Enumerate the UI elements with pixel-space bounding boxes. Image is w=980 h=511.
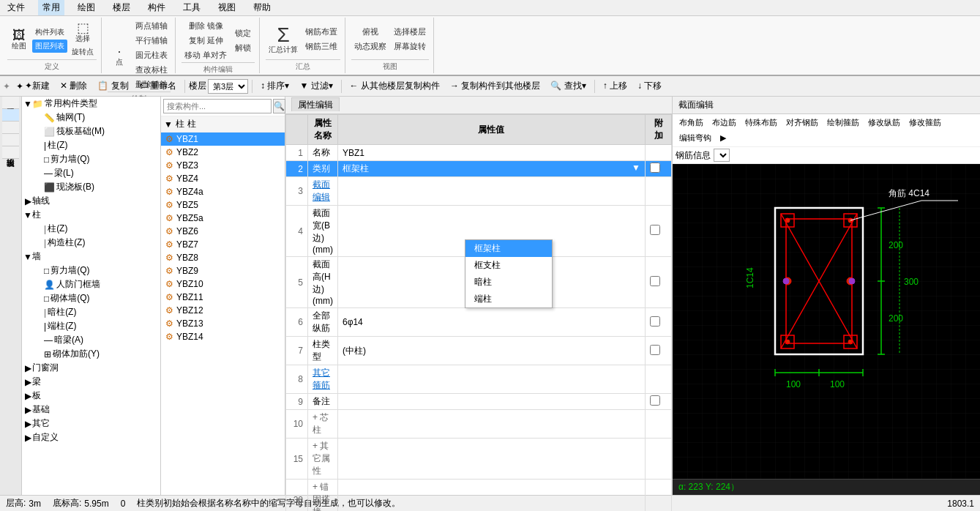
tree-item-end-z[interactable]: | 端柱(Z) [22,319,160,333]
prop-value-9[interactable] [337,394,645,410]
prop-name-8[interactable]: 其它箍筋 [308,365,338,394]
comp-item-ybz11[interactable]: ⚙ YBZ11 [161,291,285,304]
tree-item-other[interactable]: ▶ 其它 [22,417,160,430]
copy-to-button[interactable]: → 复制构件到其他楼层 [446,78,545,94]
comp-item-ybz8[interactable]: ⚙ YBZ8 [161,251,285,264]
dropdown-item-frame-support[interactable]: 框支柱 [465,257,552,274]
prop-row-2[interactable]: 2 类别 框架柱 ▼ [286,161,672,177]
tab-draw-input[interactable]: 绘图输入 [2,109,19,122]
comp-item-ybz4[interactable]: ⚙ YBZ4 [161,172,285,185]
btn-edit-hook[interactable]: 编辑弯钩 [676,131,715,145]
tree-item-shear-q[interactable]: □ 剪力墙(Q) [22,264,160,277]
draw-button[interactable]: 🖼 绘图 [7,27,31,52]
tree-item-common[interactable]: ▼ 📁 常用构件类型 [22,97,160,111]
rename-button[interactable]: 🏷 重命名 [135,78,181,94]
delete-tb2-button[interactable]: ✕ 删除 [56,78,91,94]
tree-toggle-common[interactable]: ▼ [23,99,32,109]
top-view-button[interactable]: 俯视 [351,25,389,39]
prop-row-9[interactable]: 9 备注 [286,394,672,410]
menu-item-help[interactable]: 帮助 [249,0,275,15]
comp-item-ybz14[interactable]: ⚙ YBZ14 [161,330,285,343]
prop-extra-7[interactable] [646,337,672,365]
prop-row-3[interactable]: 3 截面编辑 [286,177,672,206]
lock-button[interactable]: 锁定 [231,26,255,40]
menu-item-file[interactable]: 文件 [3,0,29,15]
tab-detail[interactable]: 翻样明细 [2,134,19,146]
prop-expand-30[interactable]: + 锚固搭接 [308,480,338,512]
dropdown-item-dark[interactable]: 暗柱 [465,274,552,291]
tree-item-masonry-q[interactable]: □ 砌体墙(Q) [22,291,160,305]
tree-item-foundation[interactable]: ⬜ 筏板基础(M) [22,124,160,138]
screen-rotate-button[interactable]: 屏幕旋转 [391,40,429,53]
prop-row-8[interactable]: 8 其它箍筋 [286,365,672,394]
prop-extra-6[interactable] [646,308,672,337]
menu-item-comp[interactable]: 构件 [143,0,170,15]
move-up-button[interactable]: ↑ 上移 [599,78,632,94]
prop-extra-5[interactable] [646,257,672,308]
tree-item-axle-line[interactable]: ▶ 轴线 [22,194,160,208]
rotate-button[interactable]: 旋转点 [69,45,97,59]
comp-list-button[interactable]: 构件列表 [32,26,67,39]
prop-expand-10[interactable]: + 芯柱 [308,410,338,439]
two-axis-button[interactable]: 两点辅轴 [132,19,171,33]
tree-item-dark-a[interactable]: — 暗梁(A) [22,333,160,347]
tree-item-slab[interactable]: ⬛ 现浇板(B) [22,180,160,194]
tree-item-wall-group[interactable]: ▼ 墙 [22,250,160,264]
prop-row-30[interactable]: 30 + 锚固搭接 [286,480,672,512]
layer-list-button[interactable]: 图层列表 [32,40,67,53]
menu-item-tools[interactable]: 工具 [179,0,205,15]
dropdown-item-frame[interactable]: 框架柱 [465,240,552,257]
check-button[interactable]: 查改标柱 [132,63,171,77]
rebar-3d-button[interactable]: 钢筋三维 [302,40,340,53]
prop-row-1[interactable]: 1 名称 YBZ1 [286,145,672,161]
sum-calc-button[interactable]: Σ 汇总计算 [266,23,301,56]
select-floor-button[interactable]: 选择楼层 [391,25,429,39]
move-button[interactable]: 移动 单对齐 [182,48,230,62]
tree-item-slabs[interactable]: ▶ 板 [22,389,160,403]
btn-special-rebar[interactable]: 特殊布筋 [741,116,781,130]
new-button[interactable]: ✦✦新建 [12,78,54,94]
tree-item-masonry-y[interactable]: ⊞ 砌体加筋(Y) [22,347,160,361]
prop-value-8[interactable] [337,365,645,394]
toggle-col[interactable]: ▼ [23,210,32,220]
btn-modify-long[interactable]: 修改纵筋 [864,116,904,130]
prop-extra-9[interactable] [646,394,672,410]
tree-item-col-g[interactable]: | 构造柱(Z) [22,236,160,250]
copy-button[interactable]: 复制 延伸 [182,34,230,48]
btn-align-rebar[interactable]: 对齐钢筋 [782,116,822,130]
tree-item-beams[interactable]: ▶ 梁 [22,375,160,389]
dropdown-item-end[interactable]: 端柱 [465,291,552,307]
rebar-info-select[interactable] [714,149,730,162]
dynamic-obs-button[interactable]: 动态观察 [351,40,389,53]
comp-item-ybz7[interactable]: ⚙ YBZ7 [161,238,285,251]
btn-more[interactable]: ▶ [717,132,730,144]
tree-item-beam[interactable]: — 梁(L) [22,166,160,180]
btn-edge-rebar[interactable]: 布边筋 [708,116,740,130]
unlock-button[interactable]: 解锁 [231,41,255,55]
prop-extra-2[interactable] [646,161,672,177]
comp-item-ybz1[interactable]: ⚙ YBZ1 [161,133,285,146]
comp-item-ybz5[interactable]: ⚙ YBZ5 [161,198,285,212]
toggle-custom[interactable]: ▶ [23,433,32,443]
prop-row-7[interactable]: 7 柱类型 (中柱) [286,337,672,365]
tree-item-col-z2[interactable]: | 柱(Z) [22,222,160,236]
filter-button[interactable]: ▼ 过滤▾ [295,78,337,94]
comp-item-ybz2[interactable]: ⚙ YBZ2 [161,146,285,159]
btn-modify-stirrup[interactable]: 修改箍筋 [905,116,945,130]
comp-item-ybz4a[interactable]: ⚙ YBZ4a [161,185,285,198]
search-input[interactable] [163,99,272,113]
parallel-axis-button[interactable]: 平行辅轴 [132,34,171,48]
tree-item-door[interactable]: ▶ 门窗洞 [22,361,160,375]
tree-item-door-wall[interactable]: 👤 人防门框墙 [22,277,160,291]
find-button[interactable]: 🔍 查找▾ [546,78,590,94]
prop-value-2[interactable]: 框架柱 ▼ [337,161,645,177]
tab-report[interactable]: 报表输出 [2,146,19,159]
prop-name-3[interactable]: 截面编辑 [308,177,338,206]
toggle-beams[interactable]: ▶ [23,377,32,387]
toggle-foundations[interactable]: ▶ [23,405,32,415]
prop-value-1[interactable]: YBZ1 [337,145,645,161]
prop-expand-15[interactable]: + 其它属性 [308,439,338,480]
prop-value-6[interactable]: 6φ14 [337,308,645,337]
comp-item-ybz6[interactable]: ⚙ YBZ6 [161,225,285,238]
floor-select[interactable]: 第3层 [208,79,248,94]
